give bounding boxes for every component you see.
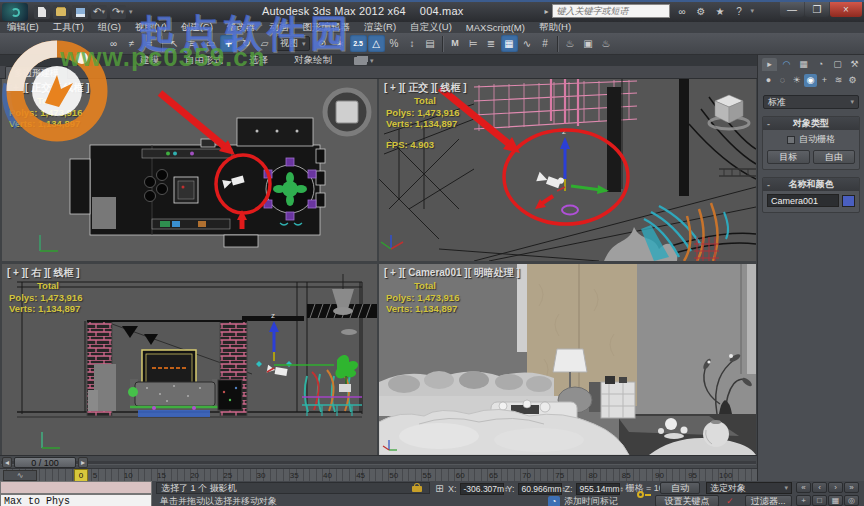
maximize-button[interactable]: ❐ [805,2,829,17]
z-coordinate-field[interactable]: 955.14mm▲▼ [576,483,620,495]
app-logo-button[interactable] [2,3,28,21]
select-and-link-button[interactable] [105,35,122,52]
absolute-mode-icon[interactable]: ⊞ [434,483,445,494]
use-pivot-center-button[interactable] [314,35,331,52]
auto-key-button[interactable]: 自动 [660,482,700,494]
layer-manager-button[interactable] [483,35,500,52]
time-slider-track[interactable] [1,461,756,464]
angle-snap-button[interactable] [368,35,385,52]
open-file-button[interactable] [53,5,69,19]
free-camera-button[interactable]: 自由 [813,150,856,164]
autogrid-checkbox[interactable] [787,136,795,144]
x-coordinate-field[interactable]: -306.307m▲▼ [460,483,504,495]
save-file-button[interactable] [72,5,88,19]
name-color-rollout-header[interactable]: -名称和颜色 [763,178,859,191]
schematic-view-button[interactable] [537,35,554,52]
object-name-field[interactable]: Camera001 [767,194,839,207]
y-coordinate-field[interactable]: 60.966mm▲▼ [518,483,562,495]
bind-to-space-warp-button[interactable] [141,35,158,52]
tab-display[interactable] [830,58,845,71]
select-object-button[interactable] [166,35,183,52]
polygon-modeling-tab[interactable]: 多边形建模 [5,66,68,79]
minimize-button[interactable]: — [780,2,804,17]
set-key-button[interactable]: 设置关键点 [655,495,719,506]
align-button[interactable] [465,35,482,52]
go-to-end-button[interactable]: » [844,482,859,493]
time-slider-handle[interactable]: 0 / 100 [14,457,76,468]
orbit-icon[interactable]: ◎ [844,495,859,506]
favorites-star-icon[interactable]: ★ [712,4,727,18]
keyboard-override-button[interactable] [422,35,439,52]
selection-lock-icon[interactable] [412,483,422,492]
ribbon-camera-icon[interactable]: ▾ [354,57,374,65]
key-filters-button[interactable]: 过滤器... [745,495,792,506]
add-time-tag[interactable]: ◔ 添加时间标记 [548,495,618,506]
zoom-icon[interactable]: + [796,495,811,506]
category-helpers[interactable] [818,74,831,87]
viewport-bottom-left[interactable]: z [ + ][ 右 ][ 线框 ] Total Polys: 1,47 [2,264,377,455]
spinner-snap-button[interactable] [404,35,421,52]
viewport-top-left[interactable]: [ + ][ 正交 ][ 线框 ] Total Polys: 1,473,916… [2,79,377,261]
tab-create[interactable] [762,58,777,71]
tab-utilities[interactable] [847,58,862,71]
viewport-label[interactable]: [ + ][ Camera001 ][ 明暗处理 ] [384,266,520,280]
select-and-scale-button[interactable] [256,35,273,52]
new-file-button[interactable] [34,5,50,19]
select-and-rotate-button[interactable] [238,35,255,52]
rectangular-selection-region-button[interactable] [202,35,219,52]
selection-set-dropdown[interactable]: 选定对象▾ [706,482,792,494]
viewport-label[interactable]: [ + ][ 右 ][ 线框 ] [7,266,80,280]
rendered-frame-window-button[interactable] [580,35,597,52]
subscription-icon[interactable]: ⚙ [693,4,708,18]
percent-snap-button[interactable] [386,35,403,52]
select-and-move-button[interactable] [220,35,237,52]
tab-modify[interactable] [779,58,794,71]
help-flyout[interactable]: ▾ [750,7,754,15]
viewport-top-right[interactable]: z [379,79,756,261]
maxscript-listener-button[interactable]: Max to Phys [0,494,152,506]
previous-key-button[interactable]: ‹ [812,482,827,493]
help-icon[interactable]: ? [731,4,746,18]
reference-coordinate-dropdown[interactable]: 视图▾ [276,36,310,51]
object-color-swatch[interactable] [842,195,855,207]
category-cameras[interactable] [804,74,817,87]
select-by-name-button[interactable] [184,35,201,52]
maxscript-mini-listener[interactable] [0,481,152,494]
object-type-rollout-header[interactable]: -对象类型 [763,117,859,130]
pan-icon[interactable]: ▦ [828,495,843,506]
search-icon[interactable]: ∞ [674,4,689,18]
render-setup-button[interactable] [562,35,579,52]
qat-flyout[interactable]: ▾ [129,8,133,16]
viewport-bottom-right[interactable]: z [ + ][ Camera001 ][ 明暗处理 ] Total Polys… [379,264,756,455]
object-class-dropdown[interactable]: 标准▾ [763,95,859,109]
curve-editor-button[interactable] [519,35,536,52]
mirror-button[interactable] [447,35,464,52]
zoom-extents-icon[interactable]: □ [812,495,827,506]
unlink-selection-button[interactable] [123,35,140,52]
close-button[interactable]: × [830,2,862,17]
tab-hierarchy[interactable] [796,58,811,71]
go-to-start-button[interactable]: « [796,482,811,493]
play-button[interactable]: › [828,482,843,493]
menu-maxscript[interactable]: MAXScript(M) [459,22,532,33]
target-camera-button[interactable]: 目标 [767,150,810,164]
category-lights[interactable] [790,74,803,87]
redo-button[interactable]: ↷▾ [110,5,126,19]
tab-motion[interactable] [813,58,828,71]
track-bar[interactable]: ∿ 51015202530354045505560657075808590951… [0,468,757,481]
category-shapes[interactable] [776,74,789,87]
category-space-warps[interactable] [832,74,845,87]
render-production-button[interactable] [598,35,615,52]
viewport-label[interactable]: [ + ][ 正交 ][ 线框 ] [384,81,467,95]
search-input[interactable] [552,4,670,18]
search-arrow-icon[interactable]: ▸ [544,7,548,16]
category-geometry[interactable] [762,74,775,87]
undo-button[interactable]: ↶▾ [91,5,107,19]
snap-toggle-25-button[interactable] [350,35,367,52]
select-and-manipulate-button[interactable] [332,35,349,52]
viewport-label[interactable]: [ + ][ 正交 ][ 线框 ] [7,81,90,95]
graphite-ribbon-toggle-button[interactable] [501,35,518,52]
previous-frame-button[interactable]: ◂ [2,457,12,468]
category-systems[interactable] [846,74,859,87]
next-frame-button[interactable]: ▸ [78,457,88,468]
